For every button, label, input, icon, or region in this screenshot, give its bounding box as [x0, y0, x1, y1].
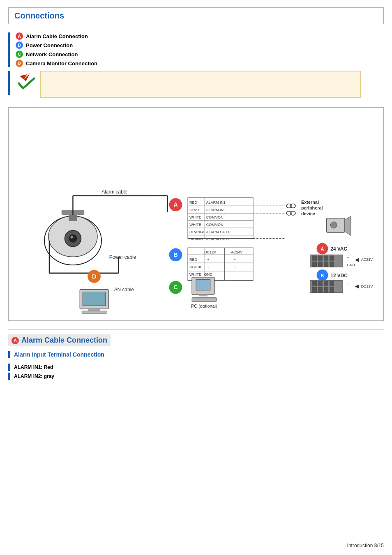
note-sidebar-bar: [8, 71, 10, 95]
svg-rect-93: [318, 262, 323, 267]
toc-section: A Alarm Cable Connection B Power Connect…: [8, 32, 384, 67]
svg-text:D: D: [92, 273, 96, 280]
toc-label-c: Network Connection: [26, 51, 78, 58]
svg-text:AC24V: AC24V: [231, 250, 242, 254]
svg-text:AC24V: AC24V: [361, 258, 373, 262]
svg-text:A: A: [321, 246, 324, 251]
terminal-bar-1: [8, 364, 10, 371]
svg-text:DC12V: DC12V: [361, 284, 373, 288]
svg-text:BRAWN: BRAWN: [189, 237, 203, 241]
terminal-section: ALARM IN1: Red ALARM IN2: gray: [8, 364, 384, 382]
svg-rect-72: [192, 297, 217, 302]
svg-rect-107: [330, 281, 334, 286]
svg-text:+: +: [347, 282, 349, 286]
svg-rect-108: [313, 288, 317, 292]
svg-text:C: C: [173, 284, 178, 290]
svg-text:GRAY: GRAY: [189, 208, 200, 212]
svg-text:~: ~: [347, 256, 349, 260]
svg-rect-79: [83, 292, 106, 306]
svg-text:ORANGE: ORANGE: [189, 230, 205, 234]
toc-item-a: A Alarm Cable Connection: [16, 32, 97, 40]
terminal-item-1: ALARM IN1: Red: [8, 364, 384, 371]
diagram-box: Alarm cable Power cable LAN cable A RED …: [8, 107, 384, 321]
terminal-item-2: ALARM IN2: gray: [8, 373, 384, 380]
svg-text:A: A: [173, 201, 178, 208]
connections-title: Connections: [14, 11, 64, 20]
svg-marker-97: [355, 258, 359, 262]
svg-rect-88: [313, 256, 317, 260]
subsection-alarm-input: Alarm Input Terminal Connection: [8, 351, 384, 358]
svg-rect-90: [324, 256, 328, 260]
svg-point-48: [330, 222, 337, 228]
toc-label-d: Camera Monitor Connection: [26, 60, 97, 67]
footer: Introduction 8/15: [347, 543, 384, 548]
svg-text:-: -: [208, 265, 209, 269]
svg-text:WHITE: WHITE: [189, 272, 201, 276]
terminal-label-2: ALARM IN2: gray: [14, 373, 54, 379]
checkmark-icon: [16, 71, 38, 94]
section-header-box: A Alarm Cable Connection: [8, 334, 111, 346]
svg-text:~: ~: [234, 258, 236, 262]
svg-text:+: +: [207, 258, 209, 262]
svg-text:ALARM OUT1: ALARM OUT1: [206, 230, 230, 234]
svg-rect-80: [88, 309, 100, 311]
svg-text:ALARM IN2: ALARM IN2: [206, 208, 226, 212]
svg-rect-109: [318, 288, 323, 292]
svg-marker-113: [355, 285, 359, 289]
note-area: [8, 71, 384, 95]
section-badge-a: A: [12, 337, 19, 344]
svg-marker-0: [20, 73, 30, 81]
svg-text:GND: GND: [204, 272, 212, 276]
svg-text:COMMON: COMMON: [206, 223, 224, 227]
svg-text:ALARM OUT2: ALARM OUT2: [206, 237, 230, 241]
toc-item-c: C Network Connection: [16, 51, 97, 58]
svg-marker-47: [345, 216, 351, 236]
svg-rect-94: [324, 262, 328, 267]
svg-text:peripheral: peripheral: [301, 205, 323, 210]
svg-text:GND: GND: [347, 263, 355, 267]
note-content: [16, 71, 38, 95]
svg-text:24 VAC: 24 VAC: [330, 246, 347, 252]
section-title: Alarm Cable Connection: [21, 336, 107, 345]
svg-text:ALARM IN1: ALARM IN1: [206, 200, 226, 205]
toc-item-d: D Camera Monitor Connection: [16, 60, 97, 67]
svg-text:BLACK: BLACK: [189, 265, 201, 269]
diagram-svg: Alarm cable Power cable LAN cable A RED …: [15, 114, 377, 314]
svg-rect-111: [330, 288, 334, 292]
svg-text:B: B: [173, 251, 178, 258]
terminal-bar-2: [8, 373, 10, 380]
toc-item-b: B Power Connection: [16, 41, 97, 49]
svg-text:DC12V: DC12V: [204, 250, 216, 254]
page-container: { "header": { "title": "Connections" }, …: [0, 0, 392, 555]
subsection-bar: [8, 351, 10, 358]
lan-cable-label: LAN cable: [111, 287, 134, 292]
svg-rect-89: [318, 256, 323, 260]
svg-rect-91: [330, 256, 334, 260]
svg-rect-92: [313, 262, 317, 267]
svg-text:External: External: [301, 200, 319, 205]
badge-d: D: [16, 60, 23, 67]
connections-header: Connections: [8, 7, 384, 24]
svg-rect-95: [330, 262, 334, 267]
svg-text:RED: RED: [189, 258, 197, 262]
power-cable-label: Power cable: [109, 254, 136, 260]
toc-sidebar-bar: [8, 32, 10, 67]
svg-point-4: [69, 235, 77, 243]
svg-rect-104: [313, 281, 317, 286]
badge-c: C: [16, 51, 23, 58]
svg-text:PC (optional): PC (optional): [191, 304, 217, 309]
svg-text:RED: RED: [189, 200, 197, 205]
svg-text:WHITE: WHITE: [189, 223, 201, 227]
svg-rect-71: [199, 294, 208, 296]
svg-rect-106: [324, 281, 328, 286]
toc-label-a: Alarm Cable Connection: [26, 33, 88, 39]
svg-text:~: ~: [234, 265, 236, 269]
svg-point-5: [71, 236, 73, 239]
subsection-title: Alarm Input Terminal Connection: [14, 351, 104, 358]
badge-a: A: [16, 32, 23, 40]
badge-b: B: [16, 41, 23, 49]
alarm-cable-section: A Alarm Cable Connection Alarm Input Ter…: [8, 329, 384, 382]
svg-rect-81: [82, 311, 106, 313]
toc-items: A Alarm Cable Connection B Power Connect…: [16, 32, 97, 67]
svg-rect-70: [196, 280, 210, 290]
